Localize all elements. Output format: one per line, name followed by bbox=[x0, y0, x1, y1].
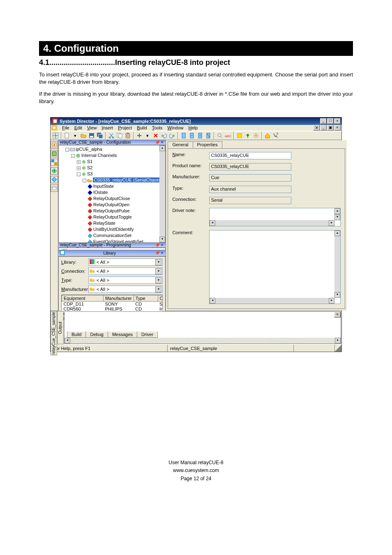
lib-connection-combo[interactable]: < All >▾ bbox=[88, 267, 163, 275]
table-row[interactable]: CDP_D11SONYCDSer bbox=[62, 302, 163, 307]
tb-new-icon[interactable] bbox=[64, 132, 70, 139]
col-type[interactable]: Type bbox=[134, 295, 158, 302]
tab-general[interactable]: General bbox=[168, 141, 193, 148]
tb-undo-icon[interactable] bbox=[161, 132, 167, 139]
menu-project[interactable]: Project bbox=[115, 125, 134, 130]
output-area[interactable]: × Build Debug Messages Driver ◂▸ bbox=[64, 311, 341, 344]
pin-icon[interactable]: 📌 bbox=[155, 243, 159, 247]
close-icon[interactable]: × bbox=[160, 140, 164, 145]
prop-note-field[interactable]: ▴▾ ◂▸ bbox=[209, 208, 341, 226]
mdi-restore-button[interactable]: ⇲ bbox=[313, 125, 320, 131]
menu-tools[interactable]: Tools bbox=[150, 125, 165, 130]
sb-btn-5[interactable] bbox=[51, 176, 58, 183]
lib-library-combo[interactable]: < All >▾ bbox=[88, 258, 163, 266]
tree-method[interactable]: RelayOutputPulse bbox=[93, 208, 130, 213]
tree-collapse-icon[interactable]: - bbox=[71, 154, 75, 158]
dropdown-icon[interactable]: ▾ bbox=[155, 259, 161, 265]
tree-method[interactable]: InputState bbox=[93, 184, 114, 189]
mdi-icon[interactable] bbox=[51, 125, 57, 131]
vtab-output[interactable]: Output bbox=[57, 311, 64, 344]
tb-add-icon[interactable] bbox=[136, 132, 143, 139]
tree-method[interactable]: RelayOutputClose bbox=[93, 196, 130, 201]
close-icon[interactable]: × bbox=[160, 251, 164, 255]
tree-collapse-icon[interactable]: - bbox=[77, 173, 81, 176]
dropdown-icon[interactable]: ▾ bbox=[155, 286, 161, 292]
vtab-sample[interactable]: relayCue_CSE_sample bbox=[51, 311, 57, 355]
sb-btn-1[interactable] bbox=[51, 141, 58, 149]
comment-scroll-v[interactable]: ▴▾ bbox=[334, 230, 340, 298]
menu-insert[interactable]: Insert bbox=[99, 125, 115, 130]
pin-icon[interactable]: 📌 bbox=[155, 140, 159, 145]
tree-expand-icon[interactable]: + bbox=[77, 160, 81, 164]
scroll-right-icon[interactable]: ▸ bbox=[329, 298, 334, 304]
tree-method[interactable]: UnitByUnitIDIdentify bbox=[93, 227, 134, 232]
tree-s3[interactable]: S3 bbox=[87, 171, 92, 176]
tree-method[interactable]: EventOnStringLengthSet bbox=[93, 239, 143, 243]
tree-collapse-icon[interactable]: - bbox=[65, 148, 69, 152]
config-panel-header[interactable]: relayCue_CSE_sample - Configuration 📌 × bbox=[58, 140, 166, 145]
menu-window[interactable]: Window bbox=[165, 125, 186, 130]
mdi-maximize-button[interactable]: ▣ bbox=[327, 125, 334, 131]
note-scroll-v[interactable]: ▴▾ bbox=[334, 208, 340, 220]
scroll-right-icon[interactable]: ▸ bbox=[335, 338, 341, 343]
prop-name-field[interactable]: CS0335_relayCUE bbox=[209, 152, 291, 159]
tb-delete-icon[interactable] bbox=[152, 132, 159, 139]
scroll-up-icon[interactable]: ▴ bbox=[159, 145, 165, 151]
tree-method[interactable]: RelayOutputOpen bbox=[93, 202, 129, 207]
dropdown-icon[interactable]: ▾ bbox=[155, 268, 161, 274]
lib-type-combo[interactable]: < All >▾ bbox=[88, 276, 163, 284]
tb-compile-icon[interactable] bbox=[236, 132, 243, 139]
scroll-up-icon[interactable]: ▴ bbox=[334, 230, 340, 236]
close-icon[interactable]: × bbox=[160, 243, 164, 247]
tb-grid-icon[interactable] bbox=[52, 132, 59, 139]
library-panel-header[interactable]: Library 📌 × bbox=[58, 250, 166, 256]
tree-root[interactable]: ipCUE_alpha bbox=[76, 147, 102, 152]
btab-driver[interactable]: Driver bbox=[137, 332, 158, 338]
comment-scroll-h[interactable]: ◂▸ bbox=[210, 298, 334, 304]
mdi-close-button[interactable]: × bbox=[334, 125, 341, 131]
scroll-down-icon[interactable]: ▾ bbox=[334, 214, 340, 220]
tb-find-icon[interactable] bbox=[217, 132, 223, 139]
tb-home-icon[interactable] bbox=[264, 132, 271, 139]
title-bar[interactable]: System Director - [relayCue_CSE_sample:C… bbox=[51, 117, 341, 125]
pin-icon[interactable]: 📌 bbox=[155, 251, 159, 255]
menu-file[interactable]: File bbox=[60, 125, 72, 130]
tb-upload-icon[interactable] bbox=[244, 132, 251, 139]
tb-bookmark4-icon[interactable] bbox=[205, 132, 212, 139]
tb-save-icon[interactable] bbox=[88, 132, 95, 139]
output-hscroll[interactable]: ◂▸ bbox=[65, 338, 341, 343]
prop-comment-field[interactable]: ▴▾ ◂▸ bbox=[209, 230, 341, 304]
btab-debug[interactable]: Debug bbox=[85, 332, 108, 338]
menu-build[interactable]: Build bbox=[134, 125, 149, 130]
output-close-button[interactable]: × bbox=[334, 312, 341, 318]
menu-help[interactable]: Help bbox=[186, 125, 200, 130]
btab-build[interactable]: Build bbox=[67, 332, 86, 338]
tree-method[interactable]: RelayState bbox=[93, 221, 115, 226]
tree-selected-driver[interactable]: CS0335_relayCUE (SerialChannel) bbox=[93, 177, 165, 182]
tb-settings-icon[interactable] bbox=[253, 132, 259, 139]
programming-panel-header[interactable]: relayCue_CSE_sample - Programming 📌 × bbox=[58, 243, 166, 248]
scroll-up-icon[interactable]: ▴ bbox=[334, 208, 340, 214]
tree-method[interactable]: CommunicationSet bbox=[93, 233, 131, 238]
scroll-down-icon[interactable]: ▾ bbox=[334, 292, 340, 298]
scroll-right-icon[interactable]: ▸ bbox=[329, 220, 334, 226]
tree-s2[interactable]: S2 bbox=[87, 165, 92, 170]
scroll-left-icon[interactable]: ◂ bbox=[210, 220, 215, 226]
scroll-left-icon[interactable]: ◂ bbox=[65, 338, 70, 343]
tree-collapse-icon[interactable]: - bbox=[83, 179, 86, 182]
close-button[interactable]: × bbox=[334, 118, 341, 124]
scroll-track[interactable] bbox=[70, 338, 335, 343]
col-conn[interactable]: Con bbox=[158, 295, 163, 302]
tb-saveall-icon[interactable] bbox=[97, 132, 103, 139]
sb-btn-6[interactable] bbox=[51, 184, 58, 192]
tb-abc-icon[interactable]: ABC bbox=[225, 132, 231, 139]
tb-bookmark1-icon[interactable] bbox=[180, 132, 187, 139]
tb-contexthelp-icon[interactable]: ? bbox=[272, 132, 279, 139]
maximize-button[interactable]: □ bbox=[327, 118, 334, 124]
scroll-left-icon[interactable]: ◂ bbox=[210, 298, 215, 304]
btab-messages[interactable]: Messages bbox=[108, 332, 137, 338]
minimize-button[interactable]: _ bbox=[320, 118, 327, 124]
tb-bookmark3-icon[interactable] bbox=[197, 132, 203, 139]
sb-btn-2[interactable] bbox=[51, 150, 58, 157]
tree-s1[interactable]: S1 bbox=[87, 159, 92, 164]
